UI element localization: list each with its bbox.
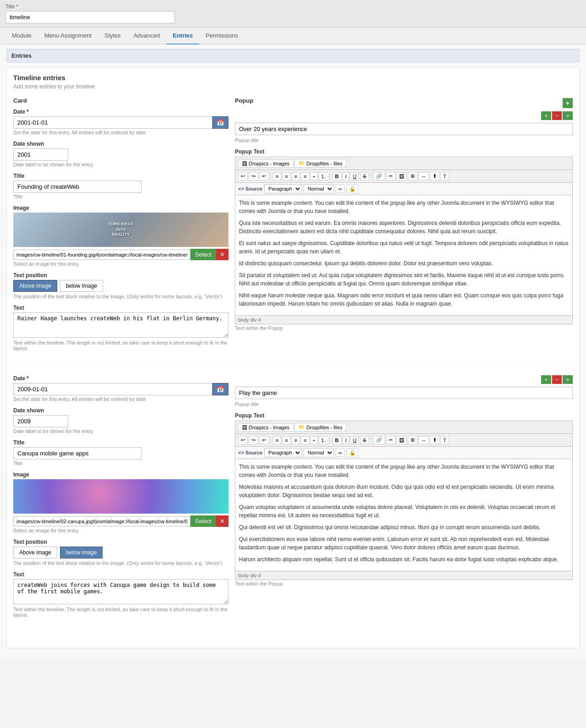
droppics-files-btn-1[interactable]: 📁 Droppfiles - files	[294, 159, 347, 168]
tab-module[interactable]: Module	[5, 27, 38, 44]
droppics-images-btn-2[interactable]: 🖼 Droppics - Images	[238, 423, 293, 432]
title-input[interactable]	[5, 11, 175, 23]
date-shown-input-1[interactable]	[13, 148, 68, 161]
popup-plus-btn-2[interactable]: +	[541, 375, 551, 384]
unchain-btn-2[interactable]: 🔓	[347, 449, 358, 457]
normal-select-1[interactable]: Normal	[304, 184, 334, 193]
title-input-1[interactable]	[13, 181, 141, 193]
pos-below-btn-2[interactable]: below image	[60, 547, 103, 558]
bullet-btn-2[interactable]: •	[310, 436, 318, 444]
text-position-btns-1: Above image below Image	[13, 280, 228, 292]
align-left-btn-2[interactable]: ≡	[273, 436, 281, 444]
date-shown-hint-2: Date label to be shown for the entry.	[13, 428, 228, 434]
number-btn-1[interactable]: 1.	[319, 172, 328, 181]
chain-btn-2[interactable]: ∞	[336, 449, 345, 457]
text-textarea-1[interactable]: Rainer Haage launches createWeb in his f…	[13, 312, 228, 338]
popup-add-btn-1[interactable]: +	[563, 98, 573, 108]
popup-add2-btn-2[interactable]: +	[563, 375, 573, 384]
section-header: Entries	[6, 49, 580, 62]
number-btn-2[interactable]: 1.	[319, 436, 328, 444]
undo-btn-1[interactable]: ↩	[238, 172, 248, 181]
align-center-btn-2[interactable]: ≡	[282, 436, 290, 444]
tab-permissions[interactable]: Permissions	[199, 27, 244, 44]
tab-menu-assignment[interactable]: Menu Assignment	[38, 27, 98, 44]
undo-btn-2[interactable]: ↩	[238, 436, 248, 444]
popup-minus-btn-2[interactable]: −	[552, 375, 562, 384]
pos-above-btn-1[interactable]: Above image	[13, 280, 57, 292]
unlink-btn-2[interactable]: ✂	[386, 436, 396, 444]
remove-btn-1[interactable]: ✕	[216, 249, 228, 260]
droppics-files-btn-2[interactable]: 📁 Droppfiles - files	[294, 423, 347, 432]
popup-add2-btn-1[interactable]: +	[563, 111, 573, 120]
extra3-btn-2[interactable]: T	[440, 436, 449, 444]
align-right-btn-1[interactable]: ≡	[292, 172, 300, 181]
date-input-1[interactable]	[13, 116, 212, 129]
popup-minus-btn-1[interactable]: −	[552, 111, 562, 120]
image-path-input-1[interactable]	[13, 250, 190, 260]
extra1-btn-1[interactable]: ↔	[418, 172, 429, 181]
image-path-input-2[interactable]	[13, 516, 190, 526]
undo2-btn-2[interactable]: ↩	[259, 436, 269, 444]
text-position-field-1: Text position Above image below Image Th…	[13, 272, 228, 299]
justify-btn-1[interactable]: ≡	[301, 172, 309, 181]
bullet-btn-1[interactable]: •	[310, 172, 318, 181]
popup-pm-row-1: + − +	[235, 111, 573, 120]
extra2-btn-1[interactable]: ⬆	[430, 172, 440, 181]
justify-btn-2[interactable]: ≡	[301, 436, 309, 444]
italic-btn-2[interactable]: I	[342, 436, 349, 444]
underline-btn-2[interactable]: U	[350, 436, 359, 444]
tab-styles[interactable]: Styles	[98, 27, 127, 44]
undo2-btn-1[interactable]: ↩	[259, 172, 269, 181]
align-left-btn-1[interactable]: ≡	[273, 172, 281, 181]
bold-btn-1[interactable]: B	[332, 172, 342, 181]
link-btn-1[interactable]: 🔗	[373, 172, 385, 181]
tab-entries[interactable]: Entries	[166, 27, 199, 44]
pos-above-btn-2[interactable]: Above image	[13, 547, 57, 558]
link-btn-2[interactable]: 🔗	[373, 436, 385, 444]
tab-advanced[interactable]: Advanced	[127, 27, 166, 44]
popup-title-input-1[interactable]	[235, 123, 573, 135]
extra2-btn-2[interactable]: ⬆	[430, 436, 440, 444]
extra3-btn-1[interactable]: T	[440, 172, 449, 181]
unchain-btn-1[interactable]: 🔓	[347, 185, 358, 193]
pos-below-btn-1[interactable]: below Image	[60, 280, 103, 292]
paragraph-select-2[interactable]: Paragraph	[264, 448, 302, 457]
date-shown-input-2[interactable]	[13, 415, 68, 427]
source-btn-1[interactable]: <> Source	[238, 186, 262, 192]
wysiwyg-area-1[interactable]: This is some example content. You can ed…	[235, 195, 573, 316]
calendar-btn-1[interactable]: 📅	[212, 116, 228, 129]
table-btn-1[interactable]: ⊞	[408, 172, 418, 181]
popup-plus-btn-1[interactable]: +	[541, 111, 551, 120]
droppics-images-btn-1[interactable]: 🖼 Droppics - Images	[238, 159, 293, 168]
source-btn-2[interactable]: <> Source	[238, 450, 262, 455]
chain-btn-1[interactable]: ∞	[336, 185, 345, 193]
popup-title-hint-2: Popup title	[235, 401, 573, 407]
text-textarea-2[interactable]: createWeb joins forces with Canupa game …	[13, 579, 228, 604]
normal-select-2[interactable]: Normal	[304, 448, 334, 457]
remove-btn-2[interactable]: ✕	[216, 515, 228, 527]
align-right-btn-2[interactable]: ≡	[292, 436, 300, 444]
select-btn-1[interactable]: Select	[190, 249, 216, 260]
extra1-btn-2[interactable]: ↔	[418, 436, 429, 444]
date-input-2[interactable]	[13, 383, 212, 395]
title-input-2[interactable]	[13, 447, 141, 460]
redo-btn-1[interactable]: ↪	[249, 172, 258, 181]
redo-btn-2[interactable]: ↪	[249, 436, 258, 444]
select-btn-2[interactable]: Select	[190, 515, 216, 527]
paragraph-select-1[interactable]: Paragraph	[264, 184, 302, 193]
wysiwyg-toolbar-1: ↩ ↪ ↩ ≡ ≡ ≡ ≡ • 1. B I U S 🔗	[235, 170, 573, 182]
wysiwyg-area-2[interactable]: This is some example content. You can ed…	[235, 459, 573, 571]
table-btn-2[interactable]: ⊞	[408, 436, 418, 444]
align-center-btn-1[interactable]: ≡	[282, 172, 290, 181]
strikethrough-btn-2[interactable]: S	[360, 436, 369, 444]
popup-title-input-2[interactable]	[235, 387, 573, 399]
unlink-btn-1[interactable]: ✂	[386, 172, 396, 181]
underline-btn-1[interactable]: U	[350, 172, 359, 181]
image-btn-1[interactable]: 🖼	[396, 172, 407, 181]
image-btn-2[interactable]: 🖼	[396, 436, 407, 444]
entries-subtitle: Add some entries to your timeline	[13, 83, 573, 90]
strikethrough-btn-1[interactable]: S	[360, 172, 369, 181]
italic-btn-1[interactable]: I	[342, 172, 349, 181]
bold-btn-2[interactable]: B	[332, 436, 342, 444]
calendar-btn-2[interactable]: 📅	[212, 383, 228, 395]
